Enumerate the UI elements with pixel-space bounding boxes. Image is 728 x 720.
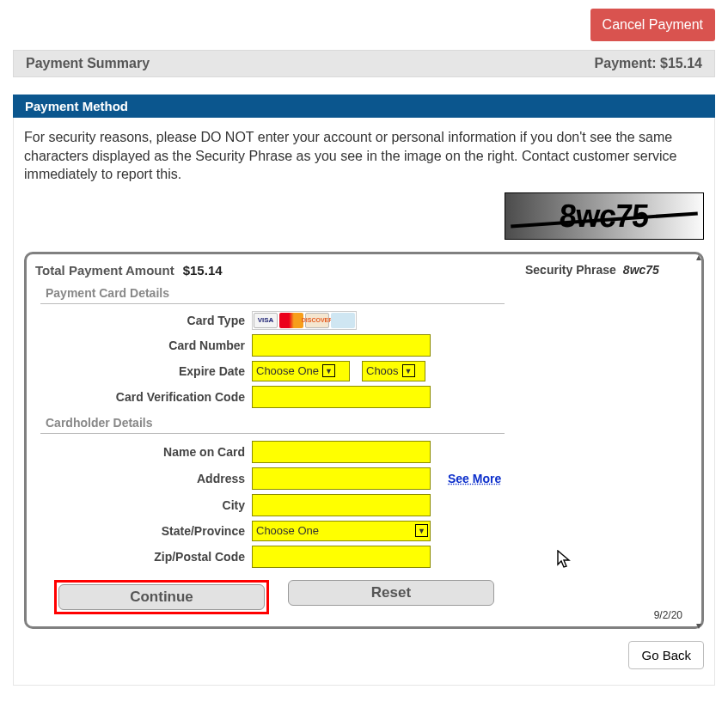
state-select[interactable]: Choose One ▼ [252,521,431,541]
chevron-down-icon: ▼ [402,364,415,377]
cancel-payment-button[interactable]: Cancel Payment [590,9,715,41]
label-card-number: Card Number [35,339,252,352]
label-card-type: Card Type [35,314,252,327]
security-phrase-label: Security Phrase [525,263,616,277]
chevron-down-icon: ▼ [322,364,335,377]
footer-date: 9/2/20 [654,609,682,621]
go-back-button[interactable]: Go Back [628,641,704,669]
see-more-link[interactable]: See More [448,472,501,485]
label-zip: Zip/Postal Code [35,550,252,564]
section-cardholder: Cardholder Details [40,412,505,434]
total-label: Total Payment Amount [35,263,174,278]
zip-input[interactable] [252,546,431,568]
label-expire: Expire Date [35,364,252,378]
security-message: For security reasons, please DO NOT ente… [24,128,704,184]
scroll-up-icon[interactable]: ▴ [693,251,705,263]
payment-method-header: Payment Method [13,95,715,118]
mastercard-icon[interactable] [279,313,303,328]
continue-highlight: Continue [54,580,269,614]
discover-icon[interactable]: DISCOVER [305,313,329,328]
cvc-input[interactable] [252,386,431,408]
expire-year-select[interactable]: Choos ▼ [362,361,425,381]
label-address: Address [35,472,252,485]
label-state: State/Province [35,524,252,538]
payment-summary-bar: Payment Summary Payment: $15.14 [13,50,715,77]
amex-icon[interactable] [331,313,355,328]
security-phrase-value: 8wc75 [623,263,659,277]
city-input[interactable] [252,494,431,516]
card-type-icons[interactable]: VISA DISCOVER [252,311,357,330]
total-amount: $15.14 [183,263,223,278]
state-value: Choose One [256,524,319,537]
summary-right: Payment: $15.14 [595,56,702,71]
payment-panel: ▴ ▾ Total Payment Amount $15.14 Payment … [24,252,704,629]
scroll-down-icon[interactable]: ▾ [693,619,705,632]
reset-button[interactable]: Reset [288,580,494,606]
card-number-input[interactable] [252,334,431,357]
visa-icon[interactable]: VISA [254,313,278,328]
label-city: City [35,498,252,512]
label-name: Name on Card [35,445,252,459]
chevron-down-icon: ▼ [415,524,428,537]
summary-left: Payment Summary [26,56,150,71]
name-input[interactable] [252,441,431,463]
expire-month-value: Choose One [256,364,319,377]
label-cvc: Card Verification Code [35,390,252,404]
continue-button[interactable]: Continue [58,584,265,610]
section-card-details: Payment Card Details [40,283,505,304]
expire-year-value: Choos [366,364,399,377]
address-input[interactable] [252,467,431,490]
expire-month-select[interactable]: Choose One ▼ [252,361,350,381]
captcha-image: 8wc75 [505,192,704,240]
